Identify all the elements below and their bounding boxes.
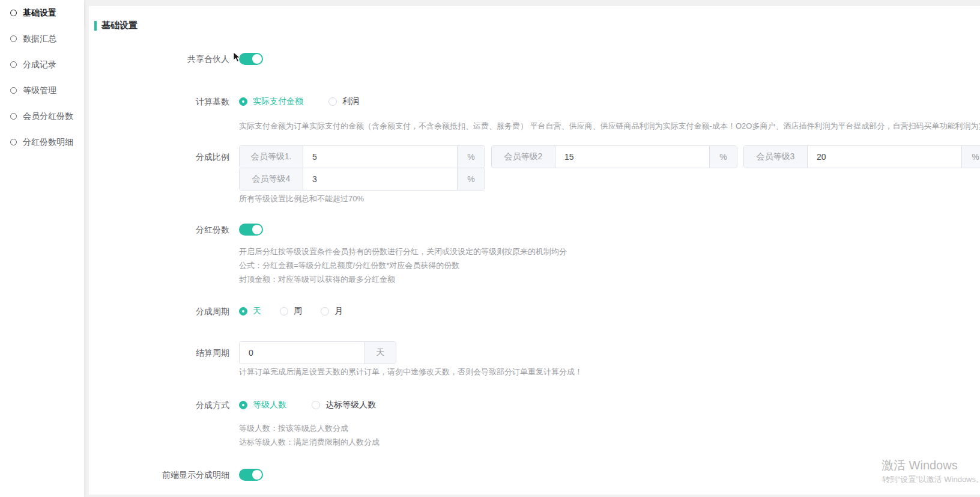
front-display-label: 前端显示分成明细 xyxy=(89,469,234,481)
calc-base-label: 计算基数 xyxy=(89,96,234,108)
settlement-help: 计算订单完成后满足设置天数的累计订单，请勿中途修改天数，否则会导致部分订单重复计… xyxy=(239,367,980,376)
ratio-input-group-level1: 会员等级1. % xyxy=(239,145,485,168)
radio-profit[interactable]: 利润 xyxy=(328,96,359,107)
toggle-knob xyxy=(252,225,262,234)
radio-actual-pay-amount[interactable]: 实际支付金额 xyxy=(239,96,303,107)
sidebar-item-label: 分成记录 xyxy=(23,59,56,70)
form-row-method: 分成方式 等级人数 达标等级人数 等级人数：按该等级总人数分成 达标等级人数：满… xyxy=(89,399,980,449)
ratio-input-level4[interactable] xyxy=(303,168,457,190)
circle-outline-icon xyxy=(10,139,17,145)
form-row-settlement: 结算周期 天 计算订单完成后满足设置天数的累计订单，请勿中途修改天数，否则会导致… xyxy=(89,341,980,376)
ratio-prepend-level4: 会员等级4 xyxy=(240,168,303,190)
circle-outline-icon xyxy=(10,35,17,42)
ratio-prepend-level3: 会员等级3 xyxy=(744,146,808,168)
calc-base-help: 实际支付金额为订单实际支付的金额（含余额支付，不含余额抵扣、运费、服务费） 平台… xyxy=(239,121,980,130)
radio-checked-icon xyxy=(239,307,247,316)
circle-outline-icon xyxy=(10,61,17,68)
method-label: 分成方式 xyxy=(89,399,234,411)
ratio-input-group-level4: 会员等级4 % xyxy=(239,168,485,191)
method-help-2: 达标等级人数：满足消费限制的人数分成 xyxy=(239,435,980,449)
form-row-ratio: 分成比例 会员等级1. % 会员等级2 % 会员等级3 % xyxy=(89,145,980,203)
bonus-shares-label: 分红份数 xyxy=(89,224,234,236)
sidebar-item-label: 会员分红份数 xyxy=(23,111,73,122)
circle-outline-icon xyxy=(10,113,17,120)
form-row-bonus-shares: 分红份数 开启后分红按等级设置条件会员持有的份数进行分红，关闭或没设定的等级则按… xyxy=(89,224,980,286)
bonus-shares-help-2: 公式：分红金额=等级分红总额度/分红份数*对应会员获得的份数 xyxy=(239,258,980,272)
settings-panel: 基础设置 共享合伙人 计算基数 实际支付金额 利润 实际支付金额为订单实际支付的… xyxy=(89,6,980,495)
ratio-input-level3[interactable] xyxy=(808,146,961,168)
bonus-shares-help-1: 开启后分红按等级设置条件会员持有的份数进行分红，关闭或没设定的等级则按原来的机制… xyxy=(239,245,980,258)
settlement-label: 结算周期 xyxy=(89,341,234,364)
radio-unchecked-icon xyxy=(321,307,329,316)
radio-cycle-month[interactable]: 月 xyxy=(321,306,343,317)
toggle-knob xyxy=(252,54,262,64)
sidebar-item-basic-settings[interactable]: 基础设置 xyxy=(0,0,84,26)
settlement-input[interactable] xyxy=(240,342,364,364)
radio-cycle-day[interactable]: 天 xyxy=(239,306,261,317)
ratio-input-group-level3: 会员等级3 % xyxy=(743,145,980,168)
radio-checked-icon xyxy=(239,401,247,409)
settlement-input-group: 天 xyxy=(239,341,396,364)
radio-qualified-headcount[interactable]: 达标等级人数 xyxy=(312,400,376,410)
sidebar-item-label: 等级管理 xyxy=(23,85,56,96)
panel-title-text: 基础设置 xyxy=(101,20,138,31)
bonus-shares-toggle[interactable] xyxy=(239,224,263,236)
front-display-toggle[interactable] xyxy=(239,469,263,481)
sidebar-item-share-records[interactable]: 分成记录 xyxy=(0,52,84,78)
share-partner-toggle[interactable] xyxy=(239,53,263,65)
sidebar-item-data-summary[interactable]: 数据汇总 xyxy=(0,26,84,52)
sidebar-item-member-bonus-shares[interactable]: 会员分红份数 xyxy=(0,103,84,129)
circle-outline-icon xyxy=(10,87,17,94)
method-help-1: 等级人数：按该等级总人数分成 xyxy=(239,421,980,435)
percent-suffix: % xyxy=(457,146,485,168)
sidebar-item-level-management[interactable]: 等级管理 xyxy=(0,78,84,103)
form-row-front-display: 前端显示分成明细 xyxy=(89,469,980,483)
circle-outline-icon xyxy=(10,10,17,16)
percent-suffix: % xyxy=(457,168,485,190)
share-partner-label: 共享合伙人 xyxy=(89,53,234,65)
ratio-input-group-level2: 会员等级2 % xyxy=(491,145,737,168)
ratio-help: 所有等级设置比例总和不能超过70% xyxy=(239,194,980,203)
sidebar-item-label: 基础设置 xyxy=(23,8,56,19)
form-row-share-partner: 共享合伙人 xyxy=(89,53,980,67)
bonus-shares-help-3: 封顶金额：对应等级可以获得的最多分红金额 xyxy=(239,272,980,286)
sidebar-item-label: 数据汇总 xyxy=(23,34,56,44)
ratio-prepend-level1: 会员等级1. xyxy=(240,146,303,168)
cycle-label: 分成周期 xyxy=(89,305,234,317)
radio-level-headcount[interactable]: 等级人数 xyxy=(239,400,286,410)
radio-unchecked-icon xyxy=(280,307,288,316)
radio-unchecked-icon xyxy=(312,401,320,409)
radio-cycle-week[interactable]: 周 xyxy=(280,306,302,317)
ratio-prepend-level2: 会员等级2 xyxy=(492,146,555,168)
ratio-label: 分成比例 xyxy=(89,145,234,168)
percent-suffix: % xyxy=(961,146,980,168)
radio-unchecked-icon xyxy=(328,97,337,106)
ratio-input-level2[interactable] xyxy=(555,146,709,168)
title-accent-bar xyxy=(94,21,97,31)
sidebar-item-bonus-shares-detail[interactable]: 分红份数明细 xyxy=(0,129,84,155)
form-row-calc-base: 计算基数 实际支付金额 利润 实际支付金额为订单实际支付的金额（含余额支付，不含… xyxy=(89,96,980,130)
sidebar-item-label: 分红份数明细 xyxy=(23,137,73,148)
form-row-cycle: 分成周期 天 周 月 xyxy=(89,305,980,317)
panel-title: 基础设置 xyxy=(94,20,980,31)
day-unit-suffix: 天 xyxy=(364,342,396,364)
percent-suffix: % xyxy=(709,146,737,168)
settings-sidebar: 基础设置 数据汇总 分成记录 等级管理 会员分红份数 分红份数明细 xyxy=(0,0,84,497)
radio-checked-icon xyxy=(239,97,247,106)
ratio-input-level1[interactable] xyxy=(303,146,457,168)
toggle-knob xyxy=(252,470,262,480)
